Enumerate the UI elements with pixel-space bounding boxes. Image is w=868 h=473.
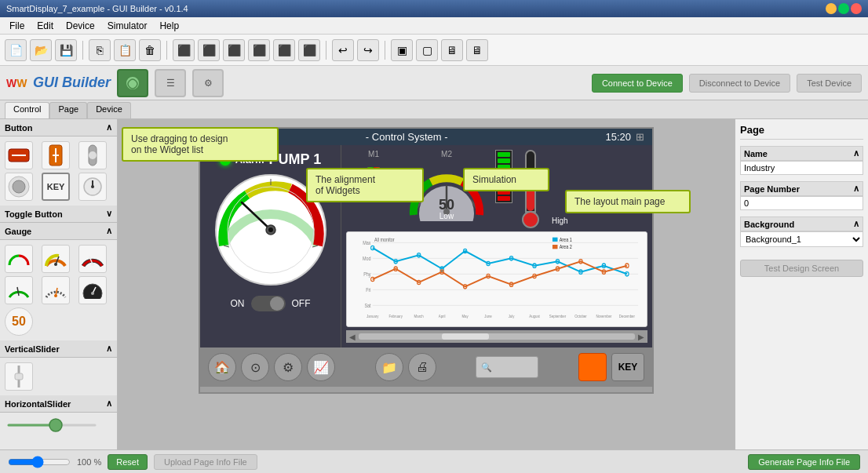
section-header-vslider[interactable]: VerticalSlider ∧ bbox=[0, 340, 117, 358]
list-view-button[interactable]: ☰ bbox=[155, 69, 186, 97]
widget-gauge-5[interactable] bbox=[42, 276, 70, 304]
save-button[interactable]: 💾 bbox=[55, 39, 77, 61]
section-header-toggle[interactable]: Toggle Button ∨ bbox=[0, 206, 117, 223]
redo-button[interactable]: ↪ bbox=[357, 39, 379, 61]
align-bottom-button[interactable]: ⬛ bbox=[298, 39, 320, 61]
tab-device[interactable]: Device bbox=[87, 102, 131, 118]
chart-nav-button[interactable]: 📈 bbox=[307, 353, 335, 381]
new-button[interactable]: 📄 bbox=[5, 39, 27, 61]
widget-list-button[interactable] bbox=[117, 69, 148, 97]
svg-point-13 bbox=[54, 263, 57, 266]
svg-text:Area 1: Area 1 bbox=[560, 236, 573, 242]
background-label: Background bbox=[744, 220, 794, 229]
align-right-button[interactable]: ⬛ bbox=[223, 39, 245, 61]
scroll-thumb[interactable] bbox=[442, 333, 489, 340]
section-header-gauge[interactable]: Gauge ∧ bbox=[0, 223, 117, 240]
gauge-low-label: Low bbox=[439, 212, 454, 220]
thermo-bulb bbox=[522, 211, 539, 228]
print-button[interactable]: 🖨 bbox=[408, 353, 436, 381]
hslider-widget-area bbox=[0, 413, 117, 440]
menu-file[interactable]: File bbox=[3, 19, 31, 33]
background-select[interactable]: Background_1 bbox=[740, 231, 863, 247]
monitor2-button[interactable]: 🖥 bbox=[466, 39, 488, 61]
align-top-button[interactable]: ⬛ bbox=[248, 39, 270, 61]
key-button[interactable]: KEY bbox=[611, 353, 644, 381]
test-design-button[interactable]: Test Design Screen bbox=[740, 260, 863, 277]
main-layout: Use dragging to design on the Widget lis… bbox=[0, 119, 868, 449]
widget-button-5[interactable]: KEY bbox=[42, 173, 70, 201]
name-input[interactable] bbox=[740, 161, 863, 175]
copy-button[interactable]: ⎘ bbox=[89, 39, 111, 61]
generate-button[interactable]: Generate Page Info File bbox=[748, 454, 860, 470]
scroll-right-arrow[interactable]: ▶ bbox=[638, 333, 644, 341]
test-device-button[interactable]: Test Device bbox=[797, 74, 862, 93]
tab-control[interactable]: Control bbox=[5, 102, 49, 118]
alarm-row: Alarm PUMP 1 bbox=[220, 151, 322, 168]
minimize-button[interactable] bbox=[826, 3, 837, 14]
scroll-track[interactable] bbox=[359, 333, 635, 340]
svg-text:November: November bbox=[596, 315, 611, 318]
scroll-left-arrow[interactable]: ◀ bbox=[349, 333, 356, 341]
home-nav-button[interactable]: 🏠 bbox=[208, 353, 236, 381]
open-button[interactable]: 📂 bbox=[30, 39, 52, 61]
widget-button-3[interactable] bbox=[78, 141, 107, 169]
window-title: SmartDisplay_7_example - GUI Builder - v… bbox=[6, 4, 188, 13]
upload-button[interactable]: Upload Page Info File bbox=[154, 454, 257, 470]
svg-point-22 bbox=[49, 419, 62, 431]
widget-gauge-6[interactable] bbox=[78, 276, 107, 304]
separator-3 bbox=[326, 41, 326, 60]
paste-button[interactable]: 📋 bbox=[114, 39, 136, 61]
prop-background-header[interactable]: Background ∧ bbox=[740, 216, 863, 231]
align-left-button[interactable]: ⬛ bbox=[173, 39, 195, 61]
align-vcenter-button[interactable]: ⬛ bbox=[273, 39, 295, 61]
menu-edit[interactable]: Edit bbox=[31, 19, 60, 33]
reset-button[interactable]: Reset bbox=[108, 454, 148, 470]
preview2-button[interactable]: ▢ bbox=[416, 39, 438, 61]
monitor1-button[interactable]: 🖥 bbox=[441, 39, 463, 61]
page-number-input[interactable] bbox=[740, 196, 863, 210]
widget-vslider-1[interactable] bbox=[5, 362, 33, 391]
align-hcenter-button[interactable]: ⬛ bbox=[198, 39, 220, 61]
widget-button-6[interactable] bbox=[78, 173, 107, 201]
section-header-button[interactable]: Button ∧ bbox=[0, 119, 117, 136]
svg-rect-72 bbox=[553, 238, 558, 242]
settings-nav-button[interactable]: ⊙ bbox=[241, 353, 269, 381]
folder-button[interactable]: 📁 bbox=[375, 353, 403, 381]
delete-button[interactable]: 🗑 bbox=[139, 39, 161, 61]
orange-toggle-button[interactable] bbox=[578, 353, 607, 381]
close-button[interactable] bbox=[851, 3, 862, 14]
widget-gauge-2[interactable] bbox=[42, 245, 70, 273]
widget-gauge-3[interactable] bbox=[78, 245, 107, 273]
tab-page[interactable]: Page bbox=[49, 102, 87, 118]
disconnect-device-button[interactable]: Disconnect to Device bbox=[689, 74, 790, 93]
zoom-slider[interactable] bbox=[8, 456, 71, 468]
widget-gauge-1[interactable] bbox=[5, 245, 33, 273]
canvas-area: - Control System - 15:20 ⊞ Alarm PUMP 1 bbox=[118, 119, 735, 449]
widget-gauge-4[interactable] bbox=[5, 276, 33, 304]
high-label: High bbox=[552, 216, 568, 225]
svg-text:October: October bbox=[574, 315, 587, 318]
gear-nav-button[interactable]: ⚙ bbox=[274, 353, 302, 381]
horizontal-scrollbar[interactable]: ◀ ▶ bbox=[346, 330, 647, 343]
search-field[interactable]: 🔍 bbox=[476, 356, 538, 378]
maximize-button[interactable] bbox=[838, 3, 849, 14]
widget-button-1[interactable] bbox=[5, 141, 33, 169]
undo-button[interactable]: ↩ bbox=[332, 39, 354, 61]
settings-button[interactable]: ⚙ bbox=[192, 69, 224, 97]
widget-gauge-number[interactable]: 50 bbox=[5, 307, 33, 336]
left-panel: Button ∧ KEY Toggle Button ∨ bbox=[0, 119, 118, 449]
preview1-button[interactable]: ▣ bbox=[391, 39, 413, 61]
menu-help[interactable]: Help bbox=[153, 19, 185, 33]
window-controls[interactable] bbox=[826, 3, 862, 14]
toggle-switch[interactable] bbox=[251, 296, 286, 311]
section-header-hslider[interactable]: HorizontalSlider ∧ bbox=[0, 395, 117, 413]
prop-name-header[interactable]: Name ∧ bbox=[740, 146, 863, 161]
menu-simulator[interactable]: Simulator bbox=[101, 19, 154, 33]
thermometer: 300 200 100 bbox=[522, 150, 539, 228]
prop-page-number-header[interactable]: Page Number ∧ bbox=[740, 181, 863, 196]
widget-button-4[interactable] bbox=[5, 173, 33, 201]
widget-button-2[interactable] bbox=[42, 141, 70, 169]
connect-device-button[interactable]: Connect to Device bbox=[592, 74, 683, 93]
svg-text:July: July bbox=[509, 315, 515, 318]
menu-device[interactable]: Device bbox=[60, 19, 101, 33]
